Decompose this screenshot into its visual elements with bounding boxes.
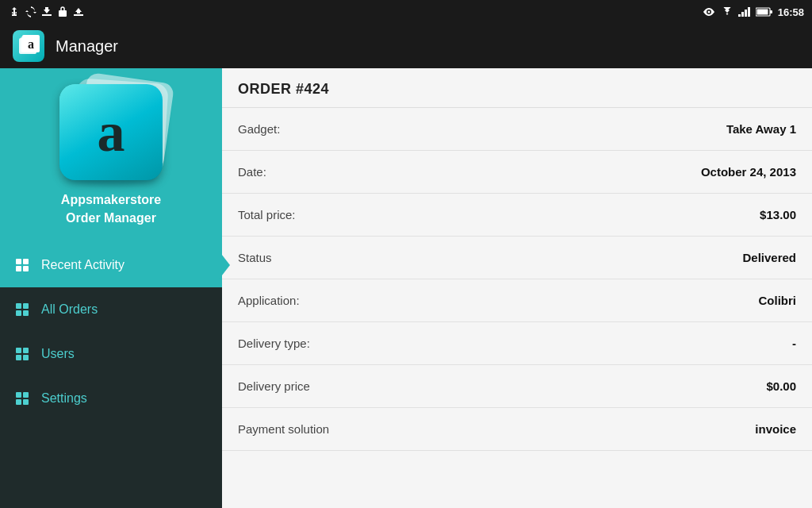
main-content: ORDER #424 Gadget: Take Away 1 Date: Oct… <box>222 68 812 508</box>
eye-status-icon <box>702 7 716 17</box>
order-title: ORDER #424 <box>238 81 329 97</box>
svg-rect-11 <box>756 10 768 15</box>
detail-value-1: October 24, 2013 <box>701 165 796 179</box>
sidebar-nav: Recent Activity All Orders Users <box>0 243 222 508</box>
sidebar-item-all-orders[interactable]: All Orders <box>0 287 222 332</box>
detail-value-5: - <box>792 337 796 350</box>
order-row-5: Delivery type: - <box>222 322 812 365</box>
status-time: 16:58 <box>778 6 804 18</box>
detail-value-7: invoice <box>755 422 796 436</box>
svg-rect-12 <box>770 10 772 13</box>
nav-grid-icon-recent <box>16 259 29 271</box>
title-bar: a Manager <box>0 24 812 68</box>
nav-grid-icon-users <box>16 348 29 360</box>
status-bar: 16:58 <box>0 0 812 24</box>
svg-point-5 <box>707 11 710 13</box>
svg-marker-4 <box>75 8 82 13</box>
nav-label-users: Users <box>41 347 75 361</box>
app-title: Manager <box>56 37 118 56</box>
sidebar-item-settings[interactable]: Settings <box>0 376 222 421</box>
detail-label-7: Payment solution <box>238 422 329 436</box>
sync-icon <box>25 6 36 17</box>
order-header: ORDER #424 <box>222 68 812 108</box>
order-detail-rows: Gadget: Take Away 1 Date: October 24, 20… <box>222 108 812 451</box>
logo-letter: a <box>98 105 125 160</box>
svg-rect-8 <box>745 10 747 17</box>
bag-icon <box>57 6 68 17</box>
status-icons-right: 16:58 <box>702 6 804 18</box>
nav-grid-icon-orders <box>16 303 29 316</box>
sidebar-item-users[interactable]: Users <box>0 332 222 376</box>
svg-rect-0 <box>42 14 52 16</box>
detail-value-3: Delivered <box>742 251 796 264</box>
battery-status-icon <box>756 7 773 17</box>
app-icon: a <box>13 30 44 62</box>
order-row-4: Application: Colibri <box>222 279 812 322</box>
order-row-3: Status Delivered <box>222 237 812 279</box>
status-icons-left <box>8 6 84 17</box>
nav-grid-icon-settings <box>16 392 29 405</box>
detail-value-2: $13.00 <box>760 208 796 221</box>
svg-marker-1 <box>44 7 50 13</box>
detail-value-6: $0.00 <box>766 379 796 393</box>
wifi-status-icon <box>721 7 733 17</box>
detail-label-6: Delivery price <box>238 379 310 393</box>
svg-text:a: a <box>28 37 34 51</box>
detail-label-1: Date: <box>238 165 266 179</box>
sidebar-app-name: Appsmakerstore Order Manager <box>61 191 161 227</box>
svg-rect-7 <box>741 12 744 17</box>
main-layout: a Appsmakerstore Order Manager Recent Ac… <box>0 68 812 508</box>
nav-label-all-orders: All Orders <box>41 302 98 317</box>
detail-label-3: Status <box>238 251 272 264</box>
nav-label-recent-activity: Recent Activity <box>41 258 124 272</box>
sidebar-logo-icon: a <box>59 84 163 180</box>
detail-label-4: Application: <box>238 294 300 307</box>
detail-label-0: Gadget: <box>238 122 280 136</box>
svg-rect-9 <box>748 7 750 17</box>
order-row-0: Gadget: Take Away 1 <box>222 108 812 151</box>
logo-area: a Appsmakerstore Order Manager <box>0 68 222 243</box>
download-icon <box>41 6 52 17</box>
detail-value-0: Take Away 1 <box>726 122 796 136</box>
order-row-7: Payment solution invoice <box>222 408 812 451</box>
sidebar-item-recent-activity[interactable]: Recent Activity <box>0 243 222 287</box>
signal-status-icon <box>738 7 751 17</box>
svg-rect-3 <box>74 14 83 16</box>
usb-icon <box>8 6 21 17</box>
app-logo-icon: a <box>17 35 40 57</box>
sidebar: a Appsmakerstore Order Manager Recent Ac… <box>0 68 222 508</box>
svg-rect-6 <box>738 14 741 17</box>
order-row-6: Delivery price $0.00 <box>222 365 812 408</box>
detail-value-4: Colibri <box>759 294 797 307</box>
svg-rect-2 <box>59 10 67 17</box>
order-row-2: Total price: $13.00 <box>222 194 812 237</box>
detail-label-2: Total price: <box>238 208 296 221</box>
upload-icon <box>73 6 84 17</box>
nav-label-settings: Settings <box>41 391 87 406</box>
detail-label-5: Delivery type: <box>238 337 310 350</box>
order-row-1: Date: October 24, 2013 <box>222 151 812 194</box>
